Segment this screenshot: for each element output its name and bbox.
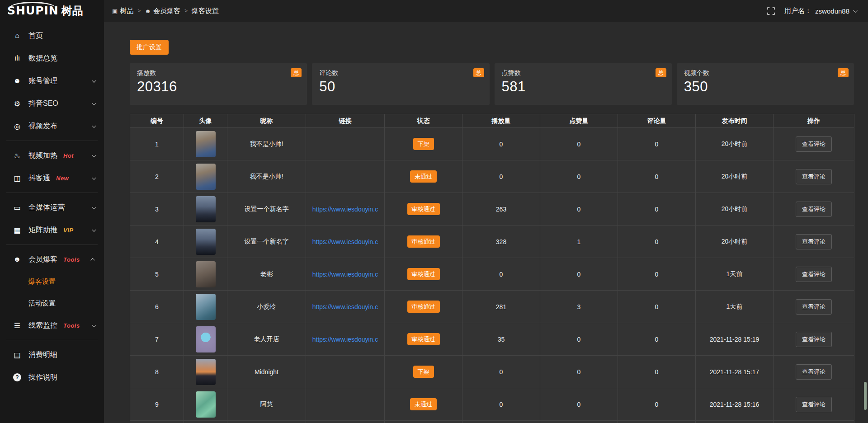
view-comments-button[interactable]: 查看评论 xyxy=(796,202,832,217)
cell-plays: 328 xyxy=(462,226,540,258)
home-icon: ⌂ xyxy=(12,32,23,40)
stat-card-0: 播放数20316总 xyxy=(130,63,307,105)
cell-status: 下架 xyxy=(385,356,462,388)
cell-link xyxy=(306,421,385,423)
cell-id: 7 xyxy=(130,323,184,356)
records-table: 编号头像昵称链接状态播放量点赞量评论量发布时间操作 1我不是小帅!下架00020… xyxy=(130,114,854,423)
chevron-down-icon xyxy=(92,123,96,128)
status-badge: 未通过 xyxy=(410,170,437,183)
column-header: 链接 xyxy=(306,114,385,128)
cell-avatar xyxy=(184,388,227,421)
cell-nickname: 我不是小帅! xyxy=(227,128,306,160)
user-menu[interactable]: 用户名：zswodun88 xyxy=(784,7,856,15)
cell-likes: 3 xyxy=(540,291,618,323)
promo-settings-button[interactable]: 推广设置 xyxy=(130,40,169,55)
cell-time: 20小时前 xyxy=(696,226,774,258)
sidebar-item-home[interactable]: ⌂首页 xyxy=(0,24,104,47)
cell-action: 查看评论 xyxy=(774,388,854,421)
cell-nickname xyxy=(227,421,306,423)
sidebar-item-omni-media[interactable]: ▭全媒体运营 xyxy=(0,196,104,219)
cell-avatar xyxy=(184,193,227,226)
topbar: SHUPIN 树品 ▣树品>☻会员爆客>爆客设置 用户名：zswodun88 xyxy=(0,0,868,22)
cell-time xyxy=(696,421,774,423)
sidebar-item-douyin-seo[interactable]: ⚙抖音SEO xyxy=(0,92,104,115)
cell-nickname: Midnight xyxy=(227,356,306,388)
breadcrumb-item[interactable]: ☻会员爆客 xyxy=(145,7,180,15)
avatar xyxy=(196,391,216,418)
avatar xyxy=(196,229,216,255)
stat-label: 点赞数 xyxy=(502,69,665,77)
fullscreen-icon[interactable] xyxy=(767,7,775,15)
stat-value: 581 xyxy=(502,79,665,95)
cell-status: 审核通过 xyxy=(385,323,462,356)
sidebar-item-member-baoke[interactable]: ☻会员爆客Tools xyxy=(0,248,104,271)
column-header: 操作 xyxy=(774,114,854,128)
help-icon: ? xyxy=(13,373,21,381)
sidebar-item-data-overview[interactable]: ılı数据总览 xyxy=(0,47,104,70)
stat-label: 评论数 xyxy=(319,69,482,77)
sidebar-item-video-publish[interactable]: ◎视频发布 xyxy=(0,115,104,137)
cell-status: 未通过 xyxy=(385,388,462,421)
gear-icon: ⚙ xyxy=(12,99,23,108)
sidebar-item-badge: New xyxy=(56,175,69,182)
sidebar-item-label: 视频加热 xyxy=(28,151,57,160)
view-comments-button[interactable]: 查看评论 xyxy=(796,234,832,249)
sidebar-item-badge: VIP xyxy=(63,227,73,234)
avatar xyxy=(196,261,216,287)
matrix-icon: ▦ xyxy=(12,226,23,235)
view-comments-button[interactable]: 查看评论 xyxy=(796,169,832,184)
sidebar-item-clue-monitor[interactable]: ☰线索监控Tools xyxy=(0,314,104,337)
sidebar-submenu: 爆客设置活动设置 xyxy=(0,271,104,314)
view-comments-button[interactable]: 查看评论 xyxy=(796,364,832,380)
sidebar-subitem-activity-settings[interactable]: 活动设置 xyxy=(0,292,104,314)
stat-card-2: 点赞数581总 xyxy=(495,63,672,105)
table-row: 2我不是小帅!未通过00020小时前查看评论 xyxy=(130,160,854,193)
video-link[interactable]: https://www.iesdouyin.c xyxy=(308,303,382,310)
sidebar-item-consume-detail[interactable]: ▤消费明细 xyxy=(0,343,104,366)
total-badge: 总 xyxy=(291,68,302,77)
breadcrumb-label: 会员爆客 xyxy=(153,7,180,15)
video-link[interactable]: https://www.iesdouyin.c xyxy=(308,206,382,213)
sidebar-item-operation-guide[interactable]: ?操作说明 xyxy=(0,366,104,389)
stat-value: 20316 xyxy=(137,79,300,95)
cell-action xyxy=(774,421,854,423)
stat-cards: 播放数20316总评论数50总点赞数581总视频个数350总 xyxy=(130,63,854,105)
cell-action: 查看评论 xyxy=(774,258,854,291)
sidebar-item-label: 抖音SEO xyxy=(28,99,58,108)
sidebar-item-matrix-boost[interactable]: ▦矩阵助推VIP xyxy=(0,219,104,241)
sidebar-subitem-baoke-settings[interactable]: 爆客设置 xyxy=(0,271,104,292)
view-comments-button[interactable]: 查看评论 xyxy=(796,267,832,282)
video-link[interactable]: https://www.iesdouyin.c xyxy=(308,271,382,278)
view-comments-button[interactable]: 查看评论 xyxy=(796,299,832,315)
cell-plays: 0 xyxy=(462,258,540,291)
cell-avatar xyxy=(184,160,227,193)
cell-likes: 0 xyxy=(540,323,618,356)
sidebar-item-video-heat[interactable]: ♨视频加热Hot xyxy=(0,144,104,167)
cell-link xyxy=(306,128,385,160)
cell-nickname: 老人开店 xyxy=(227,323,306,356)
video-link[interactable]: https://www.iesdouyin.c xyxy=(308,238,382,245)
avatar xyxy=(196,294,216,320)
sidebar-item-account-management[interactable]: ☻账号管理 xyxy=(0,70,104,92)
cell-likes: 0 xyxy=(540,258,618,291)
breadcrumb-item[interactable]: 爆客设置 xyxy=(192,7,219,15)
stat-value: 50 xyxy=(319,79,482,95)
member-icon: ☻ xyxy=(12,255,23,263)
cell-id xyxy=(130,421,184,423)
chevron-down-icon xyxy=(92,227,96,232)
view-comments-button[interactable]: 查看评论 xyxy=(796,332,832,347)
view-comments-button[interactable]: 查看评论 xyxy=(796,397,832,412)
sidebar-item-label: 操作说明 xyxy=(28,373,57,382)
total-badge: 总 xyxy=(838,68,849,77)
cell-action: 查看评论 xyxy=(774,160,854,193)
view-comments-button[interactable]: 查看评论 xyxy=(796,136,832,152)
chat-icon: ◫ xyxy=(12,174,23,183)
cell-action: 查看评论 xyxy=(774,128,854,160)
scrollbar-thumb[interactable] xyxy=(864,382,867,410)
breadcrumb-item[interactable]: ▣树品 xyxy=(112,7,133,15)
cell-comments: 0 xyxy=(618,323,696,356)
video-link[interactable]: https://www.iesdouyin.c xyxy=(308,336,382,343)
cell-nickname: 设置一个新名字 xyxy=(227,226,306,258)
sidebar-item-douketong[interactable]: ◫抖客通New xyxy=(0,167,104,189)
cell-comments: 0 xyxy=(618,160,696,193)
